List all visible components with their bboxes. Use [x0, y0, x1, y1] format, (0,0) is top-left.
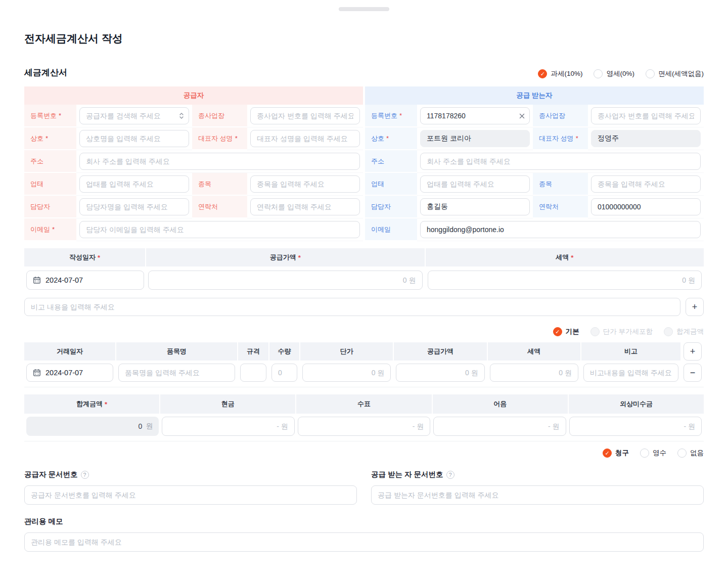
issue-date-picker[interactable]: 2024-07-07	[26, 271, 144, 290]
buyer-doc-input[interactable]	[371, 485, 704, 505]
item-tax-input[interactable]	[490, 364, 578, 382]
radio-tax-10[interactable]: 과세(10%)	[538, 69, 582, 78]
radio-unchecked-icon	[640, 449, 649, 458]
buyer-doc-label: 공급 받는 자 문서번호	[371, 470, 443, 479]
field-label: 이메일*	[24, 218, 76, 241]
invoice-summary-table: 작성일자* 공급가액* 세액* 2024-07-07	[24, 248, 704, 295]
supplier-subbiz-input[interactable]	[250, 107, 360, 124]
field-label: 상호*	[24, 127, 76, 150]
check-input[interactable]	[298, 417, 430, 436]
item-unit-price-input[interactable]	[302, 364, 391, 382]
tax-amount-input[interactable]	[428, 271, 702, 290]
item-date-picker[interactable]: 2024-07-07	[26, 364, 113, 382]
col-header-trade-date: 거래일자	[24, 342, 115, 361]
supplier-biztype-input[interactable]	[79, 175, 189, 193]
admin-memo-label: 관리용 메모	[24, 517, 63, 526]
radio-tax-exempt[interactable]: 면세(세액없음)	[646, 69, 704, 78]
col-header-item-name: 품목명	[116, 342, 237, 361]
supplier-doc-input[interactable]	[24, 485, 357, 505]
col-header-total: 합계금액*	[24, 394, 159, 414]
buyer-reg-input[interactable]	[420, 107, 530, 124]
supplier-row-email: 이메일*	[24, 218, 363, 241]
required-mark: *	[399, 112, 402, 119]
buyer-manager-input[interactable]	[420, 198, 530, 215]
required-mark: *	[235, 135, 238, 142]
radio-label: 합계금액	[676, 327, 704, 336]
radio-label: 영세(0%)	[606, 69, 634, 78]
buyer-biztype-input[interactable]	[420, 175, 530, 193]
col-header-note: 비고	[581, 342, 680, 361]
promissory-note-input[interactable]	[433, 417, 566, 436]
buyer-panel: 공급 받는자 등록번호* 종사업장	[365, 86, 704, 241]
radio-purpose-receipt[interactable]: 영수	[640, 449, 666, 458]
field-label: 업태	[24, 173, 76, 196]
supplier-ceo-input[interactable]	[250, 130, 360, 147]
radio-label: 청구	[615, 449, 629, 458]
supplier-manager-input[interactable]	[79, 198, 189, 215]
radio-purpose-invoice[interactable]: 청구	[603, 449, 629, 458]
radio-label: 면세(세액없음)	[658, 69, 704, 78]
col-header-spec: 규격	[238, 342, 268, 361]
credit-input[interactable]	[569, 417, 702, 436]
col-header-credit: 외상미수금	[569, 394, 704, 414]
radio-label: 기본	[566, 327, 579, 336]
supplier-address-input[interactable]	[79, 153, 360, 170]
required-mark: *	[576, 135, 578, 142]
modal-drag-handle[interactable]	[339, 7, 389, 11]
buyer-subbiz-input[interactable]	[591, 107, 701, 124]
field-label: 담당자	[365, 196, 417, 218]
supplier-reg-search-input[interactable]	[79, 107, 189, 124]
clear-icon[interactable]	[519, 113, 525, 119]
add-item-row-button[interactable]: +	[684, 342, 702, 361]
required-mark: *	[386, 135, 389, 142]
radio-tax-zero[interactable]: 영세(0%)	[594, 69, 634, 78]
supplier-panel: 공급자 등록번호* 종사업장	[24, 86, 363, 241]
radio-mode-total: 합계금액	[664, 327, 704, 336]
updown-chevron-icon[interactable]	[179, 112, 184, 119]
radio-mode-basic[interactable]: 기본	[553, 327, 579, 336]
add-note-button[interactable]: +	[686, 298, 704, 316]
admin-memo-input[interactable]	[24, 532, 704, 552]
page-title: 전자세금계산서 작성	[24, 31, 704, 46]
supplier-company-input[interactable]	[79, 130, 189, 147]
item-spec-input[interactable]	[240, 364, 266, 382]
col-header-qty: 수량	[269, 342, 299, 361]
col-header-unit-price: 단가	[300, 342, 393, 361]
radio-disabled-icon	[664, 327, 673, 336]
buyer-phone-input[interactable]	[591, 198, 701, 215]
invoice-note-input[interactable]	[24, 298, 680, 316]
supplier-bizitem-input[interactable]	[250, 175, 360, 193]
radio-purpose-none[interactable]: 없음	[677, 449, 704, 458]
radio-unchecked-icon	[646, 69, 655, 78]
supplier-doc-field: 공급자 문서번호 ?	[24, 470, 357, 505]
item-note-input[interactable]	[583, 364, 678, 382]
supplier-row-company: 상호* 대표자 성명*	[24, 127, 363, 150]
item-qty-input[interactable]	[271, 364, 297, 382]
required-mark: *	[298, 254, 301, 261]
supply-amount-input[interactable]	[148, 271, 423, 290]
supplier-phone-input[interactable]	[250, 198, 360, 215]
required-mark: *	[52, 226, 55, 233]
total-amount-value: 0	[139, 422, 143, 430]
field-label: 종사업장	[533, 105, 588, 127]
col-header-cash: 현금	[160, 394, 295, 414]
remove-item-row-button[interactable]: −	[684, 364, 702, 382]
item-name-input[interactable]	[118, 364, 235, 382]
radio-label: 단가 부가세포함	[603, 327, 653, 336]
radio-disabled-icon	[590, 327, 600, 336]
radio-unchecked-icon	[677, 449, 687, 458]
help-icon[interactable]: ?	[446, 471, 454, 479]
supplier-row-address: 주소	[24, 150, 363, 173]
buyer-email-input[interactable]	[420, 221, 701, 238]
item-supply-input[interactable]	[396, 364, 484, 382]
buyer-bizitem-input[interactable]	[591, 175, 701, 193]
cash-input[interactable]	[162, 417, 294, 436]
help-icon[interactable]: ?	[81, 471, 89, 479]
field-label: 상호*	[365, 127, 417, 150]
supplier-email-input[interactable]	[79, 221, 360, 238]
line-items-table: 거래일자 품목명 규격 수량 단가 공급가액 세액 비고 + 2024-07-0…	[24, 342, 704, 387]
buyer-address-input[interactable]	[420, 153, 701, 170]
radio-checked-icon	[603, 449, 612, 458]
field-label: 등록번호*	[365, 105, 417, 127]
required-mark: *	[98, 254, 100, 261]
